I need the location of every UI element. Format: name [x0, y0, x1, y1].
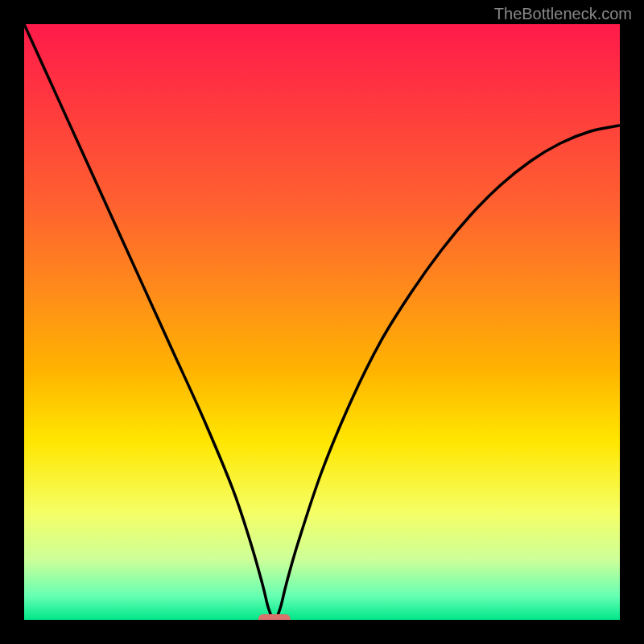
minimum-marker: [258, 614, 291, 620]
chart-svg: [24, 24, 620, 620]
watermark-text: TheBottleneck.com: [494, 5, 632, 23]
chart-container: TheBottleneck.com: [0, 0, 644, 644]
plot-area: [24, 24, 620, 620]
gradient-background: [24, 24, 620, 620]
